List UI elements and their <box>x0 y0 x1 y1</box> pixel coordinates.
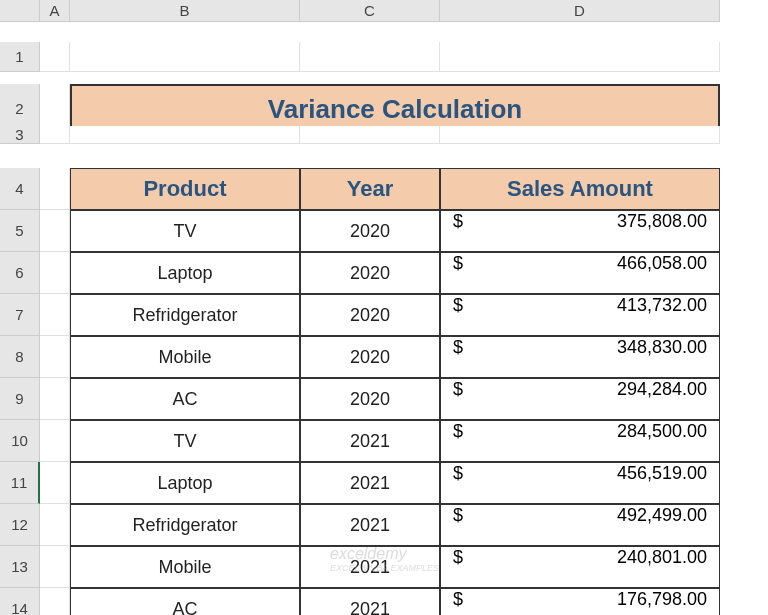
row-header-14[interactable]: 14 <box>0 588 40 615</box>
cell-amount-13[interactable]: $240,801.00 <box>440 546 720 588</box>
cell-amount-8[interactable]: $348,830.00 <box>440 336 720 378</box>
row-header-10[interactable]: 10 <box>0 420 40 462</box>
row-header-8[interactable]: 8 <box>0 336 40 378</box>
header-amount[interactable]: Sales Amount <box>440 168 720 210</box>
cell-a5[interactable] <box>40 210 70 252</box>
cell-d1[interactable] <box>440 42 720 72</box>
cell-year-14[interactable]: 2021 <box>300 588 440 615</box>
cell-a7[interactable] <box>40 294 70 336</box>
cell-amount-14[interactable]: $176,798.00 <box>440 588 720 615</box>
cell-year-13[interactable]: 2021 <box>300 546 440 588</box>
cell-product-5[interactable]: TV <box>70 210 300 252</box>
col-header-b[interactable]: B <box>70 0 300 22</box>
cell-a11[interactable] <box>40 462 70 504</box>
col-header-a[interactable]: A <box>40 0 70 22</box>
cell-b3[interactable] <box>70 126 300 144</box>
amount-value: 375,808.00 <box>617 211 707 251</box>
row-header-7[interactable]: 7 <box>0 294 40 336</box>
cell-year-5[interactable]: 2020 <box>300 210 440 252</box>
cell-amount-5[interactable]: $375,808.00 <box>440 210 720 252</box>
row-header-13[interactable]: 13 <box>0 546 40 588</box>
cell-a6[interactable] <box>40 252 70 294</box>
spreadsheet-grid: A B C D 1 2 Variance Calculation 3 4 Pro… <box>0 0 768 615</box>
cell-year-8[interactable]: 2020 <box>300 336 440 378</box>
cell-c1[interactable] <box>300 42 440 72</box>
row-header-1[interactable]: 1 <box>0 42 40 72</box>
cell-a4[interactable] <box>40 168 70 210</box>
cell-year-9[interactable]: 2020 <box>300 378 440 420</box>
amount-value: 466,058.00 <box>617 253 707 293</box>
cell-year-10[interactable]: 2021 <box>300 420 440 462</box>
currency-symbol: $ <box>453 547 463 587</box>
amount-value: 240,801.00 <box>617 547 707 587</box>
cell-amount-10[interactable]: $284,500.00 <box>440 420 720 462</box>
currency-symbol: $ <box>453 379 463 419</box>
cell-year-7[interactable]: 2020 <box>300 294 440 336</box>
cell-year-11[interactable]: 2021 <box>300 462 440 504</box>
cell-product-12[interactable]: Refridgerator <box>70 504 300 546</box>
row-header-12[interactable]: 12 <box>0 504 40 546</box>
cell-a8[interactable] <box>40 336 70 378</box>
currency-symbol: $ <box>453 295 463 335</box>
cell-product-11[interactable]: Laptop <box>70 462 300 504</box>
cell-product-10[interactable]: TV <box>70 420 300 462</box>
cell-amount-6[interactable]: $466,058.00 <box>440 252 720 294</box>
cell-product-8[interactable]: Mobile <box>70 336 300 378</box>
cell-year-6[interactable]: 2020 <box>300 252 440 294</box>
cell-a9[interactable] <box>40 378 70 420</box>
cell-product-14[interactable]: AC <box>70 588 300 615</box>
cell-a1[interactable] <box>40 42 70 72</box>
select-all-corner[interactable] <box>0 0 40 22</box>
header-product[interactable]: Product <box>70 168 300 210</box>
amount-value: 492,499.00 <box>617 505 707 545</box>
row-header-5[interactable]: 5 <box>0 210 40 252</box>
amount-value: 294,284.00 <box>617 379 707 419</box>
currency-symbol: $ <box>453 337 463 377</box>
cell-amount-9[interactable]: $294,284.00 <box>440 378 720 420</box>
header-year[interactable]: Year <box>300 168 440 210</box>
col-header-d[interactable]: D <box>440 0 720 22</box>
cell-year-12[interactable]: 2021 <box>300 504 440 546</box>
amount-value: 176,798.00 <box>617 589 707 615</box>
cell-amount-11[interactable]: $456,519.00 <box>440 462 720 504</box>
cell-a13[interactable] <box>40 546 70 588</box>
currency-symbol: $ <box>453 463 463 503</box>
cell-product-7[interactable]: Refridgerator <box>70 294 300 336</box>
cell-a3[interactable] <box>40 126 70 144</box>
cell-a10[interactable] <box>40 420 70 462</box>
amount-value: 456,519.00 <box>617 463 707 503</box>
cell-a14[interactable] <box>40 588 70 615</box>
cell-product-9[interactable]: AC <box>70 378 300 420</box>
row-header-6[interactable]: 6 <box>0 252 40 294</box>
row-header-9[interactable]: 9 <box>0 378 40 420</box>
cell-amount-7[interactable]: $413,732.00 <box>440 294 720 336</box>
currency-symbol: $ <box>453 253 463 293</box>
row-header-11[interactable]: 11 <box>0 462 40 504</box>
cell-b1[interactable] <box>70 42 300 72</box>
cell-product-6[interactable]: Laptop <box>70 252 300 294</box>
currency-symbol: $ <box>453 421 463 461</box>
col-header-c[interactable]: C <box>300 0 440 22</box>
cell-amount-12[interactable]: $492,499.00 <box>440 504 720 546</box>
currency-symbol: $ <box>453 505 463 545</box>
currency-symbol: $ <box>453 589 463 615</box>
cell-d3[interactable] <box>440 126 720 144</box>
row-header-4[interactable]: 4 <box>0 168 40 210</box>
amount-value: 348,830.00 <box>617 337 707 377</box>
row-header-3[interactable]: 3 <box>0 126 40 144</box>
cell-product-13[interactable]: Mobile <box>70 546 300 588</box>
currency-symbol: $ <box>453 211 463 251</box>
amount-value: 413,732.00 <box>617 295 707 335</box>
cell-c3[interactable] <box>300 126 440 144</box>
amount-value: 284,500.00 <box>617 421 707 461</box>
cell-a12[interactable] <box>40 504 70 546</box>
